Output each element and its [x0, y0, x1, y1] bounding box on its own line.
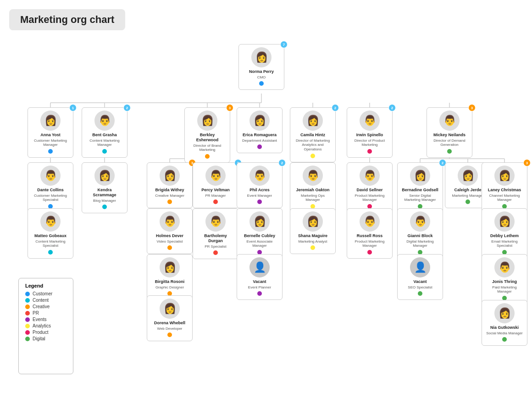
legend-item-digital: Digital [25, 336, 66, 341]
node-debby[interactable]: 👩 Debby Lethem Email Marketing Specialis… [482, 208, 527, 259]
node-bernelle[interactable]: 👩 Bernelle Cubley Event Associate Manage… [237, 208, 283, 259]
node-bent[interactable]: 2 👨 Bent Grasha Content Marketing Manage… [82, 107, 127, 158]
node-dante[interactable]: 👨 Dante Collins Customer Marketing Speci… [28, 162, 73, 213]
title-box: Marketing org chart [9, 9, 125, 30]
node-vacant-planner[interactable]: 👤 Vacant Event Planner [237, 254, 283, 300]
content-dot [25, 298, 30, 303]
node-gianni[interactable]: 👨 Gianni Block Digital Marketing Manager [397, 208, 443, 259]
legend-item-creative: Creative [25, 304, 66, 309]
legend: Legend Customer Content Creative PR Even… [18, 278, 73, 374]
node-anna[interactable]: 1 👩 Anna Yost Customer Marketing Manager [28, 107, 73, 158]
legend-title: Legend [25, 283, 66, 288]
creative-dot [25, 305, 30, 309]
legend-item-customer: Customer [25, 291, 66, 296]
node-erica[interactable]: 👩 Erica Romaguera Department Assistant [237, 107, 283, 153]
node-laney[interactable]: 3 👩 Laney Christmas Channel Marketing Ma… [482, 162, 527, 213]
node-jonis[interactable]: 👨 Jonis Thring Paid Marketing Manager [482, 254, 527, 305]
legend-item-product: Product [25, 330, 66, 335]
page: Marketing org chart [0, 0, 532, 399]
node-irwin[interactable]: 2 👨 Irwin Spinello Director of Product M… [347, 107, 393, 158]
node-dorena[interactable]: 👩 Dorena Whebell Web Developer [147, 295, 193, 341]
pr-dot [25, 311, 30, 316]
org-chart: 7 👩 Norma Perry CMO 1 👩 Anna Yost Custom… [14, 39, 518, 388]
node-percy[interactable]: 1 👨 Percy Veltman PR Manager [193, 162, 238, 208]
legend-item-events: Events [25, 317, 66, 322]
node-mickey[interactable]: 3 👨 Mickey Neilands Director of Demand G… [427, 107, 472, 158]
node-holmes[interactable]: 👨 Holmes Dever Video Specialist [147, 208, 193, 254]
legend-item-content: Content [25, 298, 66, 303]
node-jeremiah[interactable]: 👨 Jeremiah Oakton Marketing Ops Manager [290, 162, 336, 213]
node-phil[interactable]: 2 👨 Phil Acres Event Manager [237, 162, 283, 208]
node-camila[interactable]: 2 👩 Camila Hintz Director of Marketing A… [290, 107, 336, 162]
node-bernadine[interactable]: 2 👩 Bernadine Godsell Senior Digital Mar… [397, 162, 443, 213]
product-dot [25, 330, 30, 335]
legend-item-pr: PR [25, 310, 66, 316]
node-norma[interactable]: 7 👩 Norma Perry CMO [238, 44, 284, 90]
node-shana[interactable]: 👩 Shana Maguire Marketing Analyst [290, 208, 336, 254]
digital-dot [25, 337, 30, 341]
node-brigida[interactable]: 3 👩 Brigida Withey Creative Manager [147, 162, 193, 208]
node-birgitta[interactable]: 👩 Birgitta Rosoni Graphic Designer [147, 254, 193, 300]
legend-item-analytics: Analytics [25, 323, 66, 328]
node-bartholemy[interactable]: 👨 Bartholemy Durgan PR Specialist [193, 208, 238, 259]
node-nia[interactable]: 👩 Nia Gutkowski Social Media Manager [482, 300, 527, 346]
events-dot [25, 317, 30, 322]
customer-dot [25, 292, 30, 296]
node-vacant-seo[interactable]: 👤 Vacant SEO Specialist [397, 254, 443, 300]
node-berkley[interactable]: 3 👩 Berkley Esherwood Director of Brand … [184, 107, 230, 163]
node-matteo[interactable]: 👨 Matteo Gobeaux Content Marketing Speci… [28, 208, 73, 259]
node-russell[interactable]: 👨 Russell Ross Product Marketing Manager [347, 208, 393, 259]
page-title: Marketing org chart [20, 14, 114, 26]
node-kendra[interactable]: 👩 Kendra Scrammage Blog Manager [82, 162, 127, 213]
analytics-dot [25, 324, 30, 328]
node-david[interactable]: 👨 David Sellner Product Marketing Manage… [347, 162, 393, 213]
